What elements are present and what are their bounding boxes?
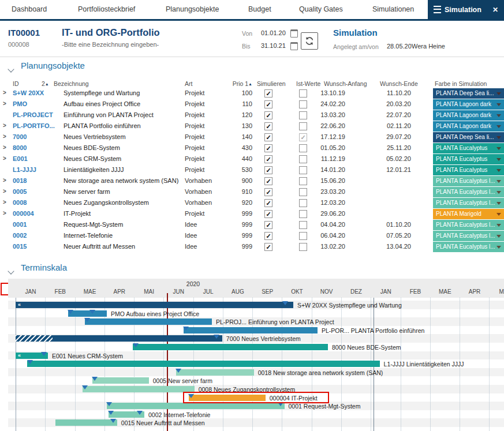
expand-arrow-icon[interactable]: >: [3, 89, 6, 96]
gantt-bar[interactable]: «: [16, 302, 293, 308]
expand-arrow-icon[interactable]: >: [3, 155, 6, 162]
expand-arrow-icon[interactable]: >: [3, 199, 6, 205]
calendar-icon[interactable]: [290, 42, 298, 50]
gantt-bar[interactable]: [68, 310, 107, 317]
von-date-field[interactable]: 01.01.20: [261, 29, 286, 36]
table-row[interactable]: L1-JJJJLinientätigkeiten JJJJProjekt530✓…: [0, 164, 504, 175]
farbe-dropdown[interactable]: PLANTA Lagoon dark: [433, 99, 504, 110]
gantt-bar[interactable]: [83, 386, 195, 392]
farbe-dropdown[interactable]: PLANTA Eucalyptus: [433, 165, 504, 175]
refresh-button[interactable]: [301, 32, 318, 50]
expand-arrow-icon[interactable]: >: [3, 188, 6, 194]
table-row[interactable]: >E001Neues CRM-SystemProjekt440✓11.12.19…: [0, 153, 504, 164]
simulieren-checkbox[interactable]: ✓: [264, 188, 272, 196]
table-row[interactable]: >PMOAufbau eines Project OfficeProjekt11…: [0, 99, 504, 110]
simulieren-checkbox[interactable]: ✓: [264, 111, 272, 119]
chevron-down-icon: [496, 224, 501, 227]
nav-tab-budget[interactable]: Budget: [248, 0, 271, 19]
table-row[interactable]: >8000Neues BDE-SystemProjekt430✓01.05.20…: [0, 143, 504, 153]
nav-tab-quality-gates[interactable]: Quality Gates: [299, 0, 343, 19]
simulieren-checkbox[interactable]: ✓: [264, 199, 272, 207]
simulieren-checkbox[interactable]: ✓: [264, 144, 272, 152]
chevron-down-icon: [496, 191, 501, 194]
farbe-dropdown[interactable]: PLANTA Lagoon dark: [433, 121, 504, 132]
planung-collapse-chevron[interactable]: [9, 63, 13, 74]
continues-left-icon: «: [18, 302, 21, 308]
month-label: SEP: [252, 288, 282, 295]
gantt-bar[interactable]: [189, 395, 266, 401]
row-wunsch-anfang: 13.03.20: [306, 111, 345, 118]
table-row[interactable]: 0001Request-Mgt-SystemIdee999✓04.04.2001…: [0, 219, 504, 230]
farbe-dropdown[interactable]: PLANTA Eucalyptus l...: [433, 231, 504, 241]
farbe-dropdown[interactable]: PLANTA Eucalyptus l...: [433, 198, 504, 208]
simulieren-checkbox[interactable]: ✓: [264, 122, 272, 130]
table-row[interactable]: >0008Neues ZugangskontrollsystemVorhaben…: [0, 197, 504, 208]
farbe-dropdown[interactable]: PLANTA Lagoon dark: [433, 110, 504, 121]
gantt-bar[interactable]: [27, 361, 380, 367]
gantt-bar[interactable]: [176, 369, 254, 376]
simulieren-checkbox[interactable]: ✓: [264, 210, 272, 218]
col-art[interactable]: Art: [185, 80, 192, 87]
expand-arrow-icon[interactable]: >: [3, 100, 6, 107]
col-farbe[interactable]: Farbe in Simulation: [435, 80, 487, 87]
table-row[interactable]: >7000Neues VertriebsystemProjekt140✓✓17.…: [0, 132, 504, 143]
farbe-dropdown[interactable]: PLANTA Deep Sea li...: [433, 132, 504, 143]
expand-arrow-icon[interactable]: >: [3, 144, 6, 151]
table-row[interactable]: >S+W 20XXSystempflege und WartungProjekt…: [0, 88, 504, 99]
simulieren-checkbox[interactable]: ✓: [264, 89, 272, 98]
expand-arrow-icon[interactable]: >: [3, 133, 6, 140]
farbe-dropdown[interactable]: PLANTA Eucalyptus l...: [433, 187, 504, 197]
gantt-bar[interactable]: [16, 335, 222, 342]
col-ist-werte[interactable]: Ist-Werte: [296, 80, 320, 87]
nav-tab-dashboard[interactable]: Dashboard: [12, 0, 47, 19]
table-row[interactable]: 0015Neuer Auftritt auf MessenIdee999✓13.…: [0, 241, 504, 252]
farbe-dropdown[interactable]: PLANTA Eucalyptus: [433, 154, 504, 164]
farbe-dropdown[interactable]: PLANTA Marigold: [433, 209, 504, 219]
expand-arrow-icon[interactable]: >: [3, 122, 6, 129]
close-icon[interactable]: ✕: [492, 6, 498, 14]
expand-arrow-icon[interactable]: >: [3, 210, 6, 216]
farbe-dropdown[interactable]: PLANTA Eucalyptus l...: [433, 242, 504, 252]
gantt-bar[interactable]: [107, 403, 285, 409]
table-row[interactable]: PL-PROJECTEinführung von PLANTA ProjectP…: [0, 110, 504, 121]
bis-date-field[interactable]: 31.10.21: [261, 42, 286, 49]
gantt-bar[interactable]: [133, 344, 328, 350]
nav-tab-portfoliosteckbrief[interactable]: Portfoliosteckbrief: [78, 0, 135, 19]
nav-tab-planungsobjekte[interactable]: Planungsobjekte: [166, 0, 219, 19]
tab-simulation-active[interactable]: Simulation ✕: [428, 0, 504, 19]
simulieren-checkbox[interactable]: ✓: [264, 100, 272, 108]
table-row[interactable]: >000004IT-ProjektProjekt999✓29.06.20PLAN…: [0, 208, 504, 219]
gantt-bar[interactable]: [184, 327, 318, 333]
calendar-icon[interactable]: [290, 29, 298, 38]
col-bezeichnung[interactable]: Bezeichnung: [54, 80, 89, 87]
simulieren-checkbox[interactable]: ✓: [264, 177, 272, 185]
gantt-row: PL-PROJ... Einführung von PLANTA Project: [8, 317, 504, 326]
gantt-bar[interactable]: [55, 419, 117, 426]
col-simulieren[interactable]: Simulieren: [257, 80, 286, 87]
nav-tab-simulationen[interactable]: Simulationen: [372, 0, 414, 19]
simulieren-checkbox[interactable]: ✓: [264, 133, 272, 141]
farbe-dropdown[interactable]: PLANTA Eucalyptus l...: [433, 220, 504, 230]
gantt-bar[interactable]: [85, 318, 212, 325]
table-row[interactable]: 0002Internet-TelefonieIdee999✓06.04.2007…: [0, 230, 504, 241]
col-id[interactable]: ID: [13, 80, 19, 87]
col-wunsch-anfang[interactable]: Wunsch-Anfang: [324, 80, 367, 87]
col-prio[interactable]: Prio 1▲: [214, 80, 252, 87]
table-row[interactable]: >PL-PORTFO...PLANTA Portfolio einführenP…: [0, 121, 504, 132]
expand-arrow-icon[interactable]: >: [3, 177, 6, 183]
hamburger-icon[interactable]: [434, 6, 441, 13]
farbe-dropdown[interactable]: PLANTA Eucalyptus: [433, 143, 504, 153]
table-row[interactable]: >0018New storage area network system (SA…: [0, 175, 504, 186]
farbe-dropdown[interactable]: PLANTA Eucalyptus l...: [433, 176, 504, 186]
col-wunsch-ende[interactable]: Wunsch-Ende: [380, 80, 418, 87]
col-sort2[interactable]: 2▲: [42, 80, 49, 87]
terminskala-collapse-chevron[interactable]: [9, 265, 13, 276]
simulieren-checkbox[interactable]: ✓: [264, 221, 272, 229]
simulieren-checkbox[interactable]: ✓: [264, 155, 272, 163]
simulieren-checkbox[interactable]: ✓: [264, 243, 272, 251]
gantt-bar[interactable]: [92, 377, 149, 384]
farbe-dropdown[interactable]: PLANTA Deep Sea li...: [433, 88, 504, 99]
table-row[interactable]: >0005New server farmVorhaben910✓23.03.20…: [0, 186, 504, 197]
simulieren-checkbox[interactable]: ✓: [264, 166, 272, 174]
simulieren-checkbox[interactable]: ✓: [264, 232, 272, 240]
